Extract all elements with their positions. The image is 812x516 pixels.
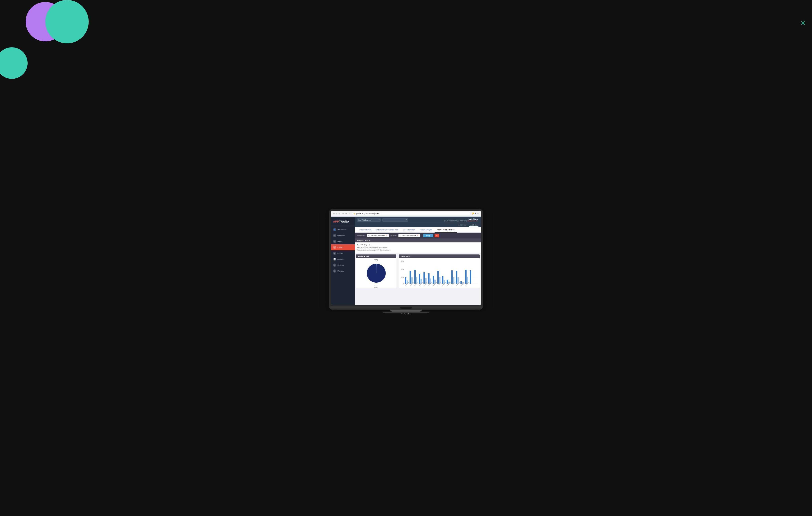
time-trend-body: 30M 20M 10M 0 (399, 258, 480, 288)
tab-api-security[interactable]: API Security Policies (435, 227, 457, 233)
browser-btn-1 (333, 213, 335, 214)
stats-area: Total API Requests : Requests conforming… (355, 242, 481, 253)
browser-forward[interactable]: → (345, 212, 347, 215)
decorative-circle-teal-top (45, 0, 89, 44)
apply-button[interactable]: Apply (423, 234, 433, 237)
action-trend-body: Blocked 0.0 % (356, 258, 396, 288)
sidebar-item-label-settings: Settings (338, 264, 344, 266)
conforming-requests-row: Requests conforming to API Specification… (357, 247, 478, 248)
sidebar-logo: APPTRANA (331, 218, 355, 226)
reset-button[interactable]: ↺ (435, 234, 439, 237)
overview-icon: ⊞ (333, 234, 336, 237)
sidebar-item-settings[interactable]: ⚙ Settings (331, 262, 355, 268)
date-filter-bar: From Date : 07-Mar-2023 03:51 PM 📅 To Da… (355, 233, 481, 238)
site-select-wrapper (382, 218, 408, 222)
time-trend-title: Time Trend (401, 255, 410, 257)
sidebar-item-label-detect: Detect (338, 240, 343, 242)
time-filter-24hrs[interactable]: Last 24 Hrs (457, 224, 467, 227)
bar-10 (446, 280, 448, 284)
browser-bar: ← → ↺ 🔒 portal.apptrana.com/protect 🔑 ⬆ … (331, 211, 481, 217)
sidebar-item-detect[interactable]: ⚙ Detect (331, 238, 355, 245)
tab-core-protection[interactable]: Core Protection (357, 227, 374, 233)
svg-text:0: 0 (403, 283, 404, 284)
macbook-label: MacBook Pro (329, 313, 483, 315)
svg-text:20M: 20M (401, 269, 404, 270)
applications-select[interactable]: [ All Applications ] (357, 218, 381, 222)
browser-action-share[interactable]: ⬆ (475, 212, 476, 214)
logo-app: APP (333, 220, 339, 223)
decorative-circle-teal-left (0, 47, 28, 79)
from-date-calendar-icon[interactable]: 📅 (385, 235, 387, 236)
app-header: [ All Applications ] Arvind Sastr 14 (355, 217, 481, 223)
allowed-pct: 100.0 % (374, 287, 378, 288)
laptop-screen-outer: ← → ↺ 🔒 portal.apptrana.com/protect 🔑 ⬆ … (329, 209, 483, 307)
sidebar-item-dashboard[interactable]: 👤 Dashboard < (331, 227, 355, 233)
action-trend-panel: Action Trend Blocked 0.0 % (356, 254, 396, 288)
bar-7 (433, 276, 434, 284)
main-content: [ All Applications ] Arvind Sastr 14 (355, 217, 481, 305)
action-trend-header: Action Trend (356, 254, 396, 258)
change-timezone-link[interactable]: Change Time Zo... (467, 220, 478, 222)
laptop-base (329, 307, 483, 310)
total-requests-row: Total API Requests : (357, 244, 478, 246)
to-date-input[interactable]: 14-Mar-2023 03:51 PM 📅 (398, 234, 420, 237)
from-date-label: From Date : (357, 235, 366, 236)
sidebar-item-monitor[interactable]: 🖥 Monitor (331, 250, 355, 256)
bar-8 (437, 271, 439, 284)
site-select[interactable] (382, 218, 408, 222)
action-trend-title: Action Trend (358, 255, 369, 257)
sidebar: APPTRANA 👤 Dashboard < ⊞ Overview (331, 217, 355, 305)
header-username: Arvind Sastr (444, 218, 478, 220)
tab-behavioral-ddos[interactable]: Behavioral DDoS Protection (374, 227, 401, 233)
header-datetime: 14 Mar 2023 3:51:57 pm +0530 (IST) Chang… (444, 220, 478, 222)
sidebar-item-label-monitor: Monitor (338, 252, 343, 254)
browser-url-text: portal.apptrana.com/protect (356, 212, 380, 214)
bar-14 (465, 270, 467, 284)
time-trend-header: Time Trend (399, 254, 480, 258)
monitor-icon: 🖥 (333, 252, 336, 255)
time-filter-7days[interactable]: Last 7 Day (469, 224, 478, 227)
browser-refresh[interactable]: ↺ (348, 212, 350, 215)
time-filters: Last 24 Hrs Last 7 Day (355, 223, 481, 227)
not-conforming-requests-label: Requests not conforming to API Specifica… (357, 249, 390, 251)
tab-report-analysis[interactable]: Report Analysis (417, 227, 435, 233)
blocked-pct: 0.0 % (375, 260, 378, 261)
analysis-icon: 📊 (333, 258, 336, 261)
browser-action-star[interactable]: ☆ (477, 212, 479, 214)
browser-url-bar[interactable]: 🔒 portal.apptrana.com/protect (352, 212, 470, 215)
browser-nav[interactable]: ← → ↺ (342, 212, 351, 215)
bar-6 (428, 274, 430, 284)
from-date-value: 07-Mar-2023 03:51 PM (368, 235, 384, 236)
sidebar-item-manage[interactable]: ⚙ Manage (331, 268, 355, 274)
scene: ← → ↺ 🔒 portal.apptrana.com/protect 🔑 ⬆ … (317, 197, 495, 319)
laptop-screen: ← → ↺ 🔒 portal.apptrana.com/protect 🔑 ⬆ … (331, 211, 481, 305)
browser-btn-3 (339, 213, 340, 214)
applications-select-wrapper: [ All Applications ] (357, 218, 381, 222)
to-date-calendar-icon[interactable]: 📅 (417, 235, 418, 236)
bar-3 (414, 270, 416, 284)
tab-bot-protection[interactable]: BOT Protection (401, 227, 417, 233)
bar-11 (451, 270, 453, 284)
sidebar-item-overview[interactable]: ⊞ Overview (331, 233, 355, 238)
header-datetime-text: 14 Mar 2023 3:51:57 pm +0530 (IST) (444, 220, 467, 222)
sidebar-item-protect[interactable]: 🛡 Protect (331, 245, 355, 250)
request-status-title: Request Status (357, 239, 370, 241)
bar-2 (410, 271, 411, 284)
bar-4 (419, 274, 420, 284)
content-area: From Date : 07-Mar-2023 03:51 PM 📅 To Da… (355, 233, 481, 305)
sidebar-item-label-analysis: Analysis (338, 258, 344, 260)
logo-trana: TRANA (339, 220, 349, 223)
browser-back[interactable]: ← (342, 212, 344, 215)
sidebar-item-analysis[interactable]: 📊 Analysis (331, 256, 355, 262)
settings-icon: ⚙ (333, 263, 336, 267)
app-layout: APPTRANA 👤 Dashboard < ⊞ Overview (331, 217, 481, 305)
lock-icon: 🔒 (354, 213, 355, 214)
sidebar-menu: 👤 Dashboard < ⊞ Overview ⚙ Detect (331, 226, 355, 305)
total-requests-label: Total API Requests : (357, 244, 371, 246)
browser-action-key[interactable]: 🔑 (472, 212, 474, 214)
laptop-foot (382, 312, 430, 313)
from-date-input[interactable]: 07-Mar-2023 03:51 PM 📅 (367, 234, 389, 237)
bar-15 (470, 270, 471, 284)
protect-icon: 🛡 (333, 246, 336, 249)
request-status-header: Request Status (355, 238, 481, 242)
